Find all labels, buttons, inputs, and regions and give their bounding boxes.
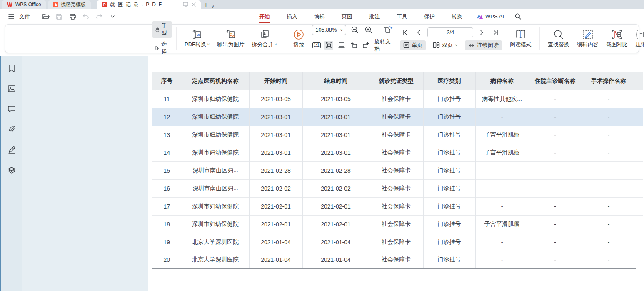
undo-button[interactable] [80,12,91,22]
table-cell: 2021-02-01 [249,215,302,233]
read-mode-label: 阅读模式 [510,41,532,48]
layers-panel-button[interactable] [7,165,17,175]
select-tool-button[interactable]: 选择 [152,40,172,56]
table-row[interactable]: 11深圳市妇幼保健院2021-03-052021-03-05社会保障卡门诊挂号病… [152,90,643,108]
split-merge-label: 拆分合并 [252,41,274,48]
close-tab-icon[interactable] [192,2,196,7]
table-cell: - [475,197,529,215]
next-page-button[interactable] [477,28,487,37]
tab-home[interactable]: 开始 [251,10,278,23]
new-tab-button[interactable]: + [201,1,211,9]
table-row[interactable]: 15深圳市南山区妇...2021-02-282021-02-28社会保障卡门诊挂… [152,161,643,179]
play-button[interactable]: 播放 [290,28,308,50]
navigation-panel[interactable] [22,56,148,291]
screenshot-compare-button[interactable]: 截图对比 [602,29,632,49]
table-cell: 深圳市南山区妇... [182,161,249,179]
thumbnails-panel-button[interactable] [7,84,17,94]
open-file-button[interactable] [40,12,51,22]
read-mode-button[interactable]: 阅读模式 [506,29,535,49]
split-merge-button[interactable]: 拆分合并∨ [248,29,281,49]
last-page-button[interactable] [491,28,501,37]
ribbon-panel: 手型 选择 W PDF转换∨ 输出为图片 [5,24,639,53]
quick-access-chevron[interactable] [107,12,118,22]
menu-search-button[interactable] [510,11,526,22]
prev-page-button[interactable] [414,28,424,37]
tab-protect[interactable]: 保护 [416,10,443,23]
table-cell: 2021-02-01 [302,197,369,215]
table-row[interactable]: 19北京大学深圳医院2021-01-042021-01-04社会保障卡门诊挂号-… [152,233,643,251]
tab-comment[interactable]: 批注 [361,10,388,23]
export-image-button[interactable]: 输出为图片 [214,29,248,49]
comments-panel-button[interactable] [7,104,17,114]
table-row[interactable]: 20北京大学深圳医院2021-01-042021-01-04社会保障卡门诊挂号-… [152,251,643,269]
tab-edit[interactable]: 编辑 [306,10,333,23]
hamburger-icon [8,14,14,19]
tab-convert[interactable]: 转换 [443,10,471,23]
tab-tools[interactable]: 工具 [388,10,416,23]
tab-document-active[interactable]: P 就医记录.PDF [97,0,201,9]
edit-content-button[interactable]: 编辑内容 [573,29,602,49]
table-row[interactable]: 13深圳市妇幼保健院2021-03-012021-03-01社会保障卡门诊挂号子… [152,126,643,144]
tab-wps-office[interactable]: WPS Office [2,0,46,9]
print-button[interactable] [67,12,78,22]
printer-icon [70,14,76,20]
fit-page-button[interactable] [324,41,333,50]
table-row[interactable]: 12深圳市妇幼保健院2021-03-012021-03-01社会保障卡门诊挂号-… [152,108,643,126]
tab-docer[interactable]: 找稻壳模板 [48,0,91,9]
table-cell: 门诊挂号 [423,179,475,197]
compress-button[interactable]: 压缩 [632,29,644,49]
find-replace-button[interactable]: 查找替换 [544,29,573,49]
table-cell-sliver [636,144,643,161]
table-cell: 深圳市妇幼保健院 [182,126,249,144]
prev-page-icon [417,30,420,35]
first-page-button[interactable] [400,28,410,37]
table-cell: 深圳市妇幼保健院 [182,215,249,233]
zoom-level-select[interactable]: 105.88% ∨ [312,25,346,35]
fit-width-button[interactable] [337,41,346,50]
document-page[interactable]: 序号定点医药机构名称开始时间结束时间就诊凭证类型医疗类别病种名称住院主诊断名称手… [148,56,644,291]
hand-tool-button[interactable]: 手型 [152,21,172,38]
redo-button[interactable] [94,12,105,22]
bookmarks-panel-button[interactable] [7,63,17,73]
table-row[interactable]: 18深圳市妇幼保健院2021-02-012021-02-01社会保障卡门诊挂号子… [152,215,643,233]
continuous-read-label: 连续阅读 [477,42,499,49]
file-menu-label[interactable]: 文件 [19,13,30,20]
tab-list-chevron-icon[interactable]: ∨ [211,4,218,9]
wps-ai-button[interactable]: WPS AI [471,11,510,22]
enter-fullscreen-icon[interactable] [183,2,188,7]
rotate-document-button[interactable] [383,25,393,35]
zoom-in-button[interactable] [364,25,374,35]
table-cell: - [475,251,529,269]
rotate-document-label[interactable]: 旋转文档 [374,38,393,53]
table-row[interactable]: 14深圳市妇幼保健院2021-03-012021-03-01社会保障卡门诊挂号子… [152,144,643,161]
table-cell: 15 [152,161,182,179]
table-cell: 13 [152,126,182,144]
double-page-button[interactable]: 双页 ∨ [429,40,461,50]
pdf-file-icon: P [102,2,107,7]
rotate-right-button[interactable] [362,41,371,50]
table-cell: 门诊挂号 [423,215,475,233]
table-cell: 18 [152,215,182,233]
page-indicator-input[interactable]: 2/4 [427,27,473,37]
save-button[interactable] [54,12,65,22]
table-cell: 2021-02-02 [249,179,302,197]
actual-size-button[interactable]: 1:1 [312,41,321,50]
rotate-left-button[interactable] [349,41,358,50]
tab-page[interactable]: 页面 [333,10,361,23]
table-cell: 2021-02-01 [249,197,302,215]
table-cell: - [582,126,636,144]
single-page-button[interactable]: 单页 [400,40,426,50]
table-row[interactable]: 16深圳市南山区妇...2021-02-022021-02-02社会保障卡门诊挂… [152,179,643,197]
table-cell: 2021-03-01 [249,126,302,144]
zoom-out-button[interactable] [350,25,360,35]
continuous-read-button[interactable]: 连续阅读 [465,40,502,50]
main-menu-button[interactable] [6,12,17,22]
pdf-convert-button[interactable]: W PDF转换∨ [181,29,214,49]
attachments-panel-button[interactable] [7,124,17,134]
signature-panel-button[interactable] [7,145,17,155]
table-row[interactable]: 17深圳市妇幼保健院2021-02-012021-02-01社会保障卡门诊挂号-… [152,197,643,215]
table-cell: 2021-03-05 [249,90,302,108]
compress-icon [635,30,644,40]
table-cell: 北京大学深圳医院 [182,233,249,251]
tab-insert[interactable]: 插入 [278,10,306,23]
